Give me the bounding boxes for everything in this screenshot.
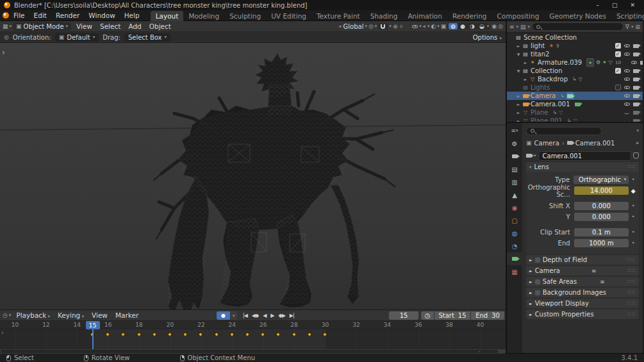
eye-icon[interactable] [624, 53, 630, 56]
outliner-row-camera[interactable]: ►Camera↳ [507, 92, 643, 100]
chevron-down-icon[interactable]: ▾ [487, 24, 490, 29]
render-visibility-icon[interactable] [633, 78, 639, 81]
expander-icon[interactable]: ► [515, 102, 522, 106]
field-value[interactable]: 14.000 [574, 186, 629, 195]
timeline-ruler[interactable]: 1012141618202224262830323436384015 [0, 321, 506, 329]
drag-dropdown[interactable]: Select Box ▾ [124, 33, 170, 42]
chevron-down-icon[interactable]: ▾ [419, 24, 422, 29]
eye-icon[interactable] [624, 103, 630, 106]
falloff-curve-icon[interactable]: ∧ [399, 23, 404, 29]
blender-menu-icon[interactable] [3, 12, 9, 19]
editor-type-properties-icon[interactable]: ≡▾ [507, 124, 522, 137]
timeline-menu-marker[interactable]: Marker [111, 311, 142, 319]
shield-icon[interactable] [633, 152, 639, 159]
eye-icon[interactable] [624, 69, 630, 72]
editor-type-timeline-icon[interactable]: ◷ [3, 312, 8, 318]
chevron-down-icon[interactable]: ▾ [528, 24, 531, 29]
chevron-down-icon[interactable]: ▾ [636, 128, 639, 133]
chevron-down-icon[interactable]: ▾ [516, 24, 519, 29]
menu-window[interactable]: Window [84, 12, 119, 19]
menu-edit[interactable]: Edit [29, 12, 51, 19]
drag-grip-icon[interactable]: ∷∷ [628, 279, 636, 284]
keyframe-diamond[interactable] [136, 332, 141, 337]
eye-icon[interactable] [624, 94, 630, 97]
outliner-row-plane[interactable]: ►▽Plane↳▽ [507, 108, 643, 117]
breadcrumb-object[interactable]: Camera [534, 140, 559, 147]
filter-icon[interactable]: ∇ [625, 24, 629, 30]
viewport-extra-toggle-1[interactable]: ◉ [491, 23, 497, 29]
start-frame-field[interactable]: Start15 [434, 311, 470, 320]
field-value[interactable]: 0.1 m [574, 228, 629, 236]
timeline-menu-view[interactable]: View [88, 311, 111, 319]
animate-dot-icon[interactable]: • [629, 214, 638, 220]
timeline-track[interactable] [0, 329, 506, 349]
viewport-menu-add[interactable]: Add [124, 22, 145, 30]
proportional-editing-icon[interactable]: ◉ [393, 23, 398, 29]
drag-grip-icon[interactable]: ∷∷ [628, 164, 636, 170]
chevron-down-icon[interactable]: ▾ [365, 24, 367, 29]
properties-tab-object[interactable]: ▢ [507, 214, 522, 227]
current-frame-field[interactable]: 15 [389, 311, 418, 320]
breadcrumb-data[interactable]: Camera.001 [575, 140, 615, 147]
editor-type-outliner-icon[interactable]: ≡ [509, 24, 515, 30]
eye-icon[interactable] [624, 78, 630, 81]
display-mode-icon[interactable]: ▤ [520, 24, 526, 30]
timeline-menu-keying[interactable]: Keying ▾ [54, 311, 88, 319]
panel-header[interactable]: ►Safe Areas≡∷∷ [526, 277, 639, 286]
expander-icon[interactable]: ► [515, 94, 522, 98]
playhead[interactable] [92, 329, 94, 349]
orientation-label[interactable]: Global [343, 23, 364, 30]
show-overlays-icon[interactable]: ◐ [431, 23, 436, 29]
menu-file[interactable]: File [9, 12, 29, 19]
tab-layout[interactable]: Layout [151, 11, 184, 21]
keyframe-diamond[interactable] [229, 332, 235, 337]
properties-tab-texture[interactable]: ▦ [507, 265, 522, 278]
outliner-row-scene collection[interactable]: ▤Scene Collection [507, 33, 643, 42]
keyframe-diamond[interactable] [213, 332, 219, 337]
animate-dot-icon[interactable]: • [629, 240, 638, 246]
outliner-row-camera-001[interactable]: ►Camera.001 [507, 100, 643, 108]
jump-to-start-button[interactable]: |◀ [241, 313, 250, 318]
keyframe-diamond-icon[interactable]: ◆ [629, 188, 638, 194]
viewport-menu-select[interactable]: Select [96, 22, 124, 30]
exclude-checkbox[interactable]: ✓ [615, 68, 621, 74]
expander-icon[interactable]: ► [522, 77, 529, 81]
outliner-row-light[interactable]: ►▤light✳9✓ [507, 42, 643, 50]
expander-icon[interactable]: ► [515, 110, 522, 115]
summary-toggle-icon[interactable]: › [1, 329, 4, 336]
field-value[interactable]: 0.000 [574, 202, 629, 210]
chevron-down-icon[interactable]: ▾ [427, 24, 430, 29]
keyframe-diamond[interactable] [198, 332, 203, 337]
keyframe-diamond[interactable] [245, 332, 250, 337]
properties-tab-tool[interactable]: ⚙ [507, 137, 522, 150]
tab-texture-paint[interactable]: Texture Paint [311, 11, 365, 21]
eye-icon[interactable] [631, 61, 637, 64]
shading-solid-icon[interactable]: ● [458, 23, 467, 29]
drag-grip-icon[interactable]: ∷∷ [628, 311, 636, 317]
render-visibility-icon[interactable] [633, 103, 639, 106]
drag-grip-icon[interactable]: ∷∷ [628, 257, 636, 263]
tab-uv-editing[interactable]: UV Editing [266, 11, 311, 21]
options-dropdown[interactable]: Options ▾ [473, 34, 502, 41]
tab-rendering[interactable]: Rendering [447, 11, 492, 21]
expander-icon[interactable]: ▼ [515, 69, 522, 73]
chevron-down-icon[interactable]: ▾ [389, 24, 392, 29]
panel-checkbox[interactable] [535, 279, 540, 284]
expander-icon[interactable]: ▼ [515, 52, 522, 56]
maximize-button[interactable]: □ [612, 2, 618, 8]
eye-icon[interactable] [624, 86, 630, 89]
keyframe-diamond[interactable] [167, 332, 172, 337]
exclude-checkbox[interactable]: ✓ [615, 43, 621, 49]
drag-grip-icon[interactable]: ∷∷ [628, 290, 636, 295]
keyframe-diamond[interactable] [105, 332, 110, 337]
use-preview-range-icon[interactable]: ◷ [421, 311, 434, 320]
panel-checkbox[interactable] [535, 258, 540, 263]
menu-render[interactable]: Render [51, 12, 84, 19]
field-value[interactable]: 0.000 [574, 213, 629, 221]
keyframe-diamond[interactable] [291, 332, 296, 337]
list-icon[interactable]: ≡ [591, 268, 597, 274]
animate-dot-icon[interactable]: • [629, 203, 638, 209]
panel-header[interactable]: ►Custom Properties∷∷ [526, 309, 639, 319]
keyframe-diamond[interactable] [183, 332, 188, 337]
pin-icon[interactable]: ⌖ [636, 140, 639, 147]
